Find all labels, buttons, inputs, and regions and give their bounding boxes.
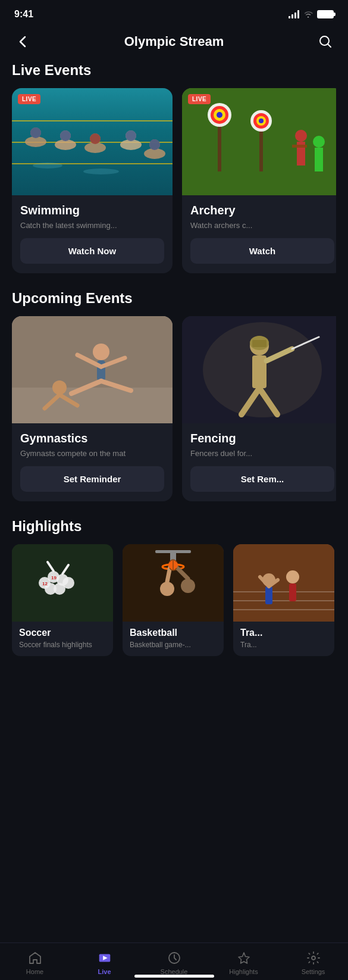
svg-point-72 bbox=[181, 579, 195, 593]
signal-icon bbox=[289, 10, 299, 18]
svg-point-3 bbox=[30, 127, 41, 138]
track-highlight-desc: Tra... bbox=[240, 641, 327, 649]
svg-point-42 bbox=[52, 380, 67, 395]
swimming-image: LIVE bbox=[12, 88, 173, 195]
svg-text:12: 12 bbox=[42, 581, 48, 586]
live-events-title: Live Events bbox=[12, 62, 336, 79]
home-icon bbox=[27, 950, 43, 966]
svg-point-23 bbox=[217, 112, 222, 118]
track-highlight-title: Tra... bbox=[240, 628, 327, 638]
svg-point-61 bbox=[62, 577, 74, 589]
svg-rect-33 bbox=[315, 148, 323, 171]
svg-point-9 bbox=[90, 133, 101, 144]
event-card-fencing: Fencing Fencers duel for... Set Rem... bbox=[182, 316, 336, 501]
event-card-archery: LIVE Archery Watch archers c... Watch bbox=[182, 88, 336, 273]
wifi-icon bbox=[303, 10, 313, 18]
fencing-desc: Fencers duel for... bbox=[190, 449, 334, 458]
upcoming-events-section: Upcoming Events bbox=[0, 290, 348, 518]
highlight-card-track: Tra... Tra... bbox=[233, 544, 334, 656]
soccer-highlight-desc: Soccer finals highlights bbox=[19, 641, 106, 649]
highlights-title: Highlights bbox=[12, 518, 336, 535]
svg-point-16 bbox=[33, 163, 62, 168]
archery-title: Archery bbox=[190, 204, 334, 217]
watch-now-button[interactable]: Watch Now bbox=[20, 238, 164, 264]
battery-icon bbox=[317, 10, 334, 18]
basketball-highlight-desc: Basketball game-... bbox=[130, 641, 217, 649]
highlight-card-basketball: Basketball Basketball game-... bbox=[123, 544, 224, 656]
archery-image: LIVE bbox=[182, 88, 336, 195]
gymnastics-title: Gymnastics bbox=[20, 432, 164, 445]
svg-point-15 bbox=[149, 139, 160, 150]
set-reminder-fencing-button[interactable]: Set Rem... bbox=[190, 466, 334, 492]
gymnastics-image bbox=[12, 316, 173, 423]
status-time: 9:41 bbox=[14, 9, 33, 20]
svg-text:19: 19 bbox=[51, 575, 57, 580]
home-indicator bbox=[134, 975, 214, 978]
svg-line-71 bbox=[167, 567, 170, 582]
watch-archery-button[interactable]: Watch bbox=[190, 238, 334, 264]
soccer-highlight-title: Soccer bbox=[19, 628, 106, 638]
basketball-image bbox=[123, 544, 224, 622]
svg-rect-85 bbox=[289, 583, 296, 601]
svg-point-17 bbox=[83, 168, 119, 174]
svg-point-70 bbox=[160, 582, 174, 596]
svg-point-84 bbox=[286, 570, 299, 583]
highlight-card-soccer: 19 12 Soccer Soccer finals highlights bbox=[12, 544, 113, 656]
live-badge-archery: LIVE bbox=[188, 94, 211, 104]
svg-point-12 bbox=[126, 130, 136, 141]
back-button[interactable] bbox=[12, 31, 33, 52]
live-events-scroll[interactable]: LIVE Swimming Catch the latest swimming.… bbox=[12, 88, 336, 276]
svg-rect-49 bbox=[252, 340, 267, 347]
svg-point-32 bbox=[313, 136, 325, 148]
swimming-title: Swimming bbox=[20, 204, 164, 217]
svg-point-29 bbox=[295, 130, 307, 142]
live-events-section: Live Events bbox=[0, 62, 348, 290]
live-icon bbox=[97, 950, 112, 966]
highlights-section: Highlights 19 12 bbox=[0, 518, 348, 673]
archery-desc: Watch archers c... bbox=[190, 221, 334, 230]
set-reminder-gymnastics-button[interactable]: Set Reminder bbox=[20, 466, 164, 492]
schedule-icon bbox=[167, 950, 182, 966]
status-icons bbox=[289, 10, 334, 18]
live-badge-swimming: LIVE bbox=[18, 94, 40, 104]
svg-point-28 bbox=[259, 118, 264, 123]
gymnastics-desc: Gymnasts compete on the mat bbox=[20, 449, 164, 458]
search-button[interactable] bbox=[315, 31, 336, 52]
soccer-image: 19 12 bbox=[12, 544, 113, 622]
fencing-image bbox=[182, 316, 336, 423]
event-card-swimming: LIVE Swimming Catch the latest swimming.… bbox=[12, 88, 173, 273]
upcoming-events-scroll[interactable]: Gymnastics Gymnasts compete on the mat S… bbox=[12, 316, 336, 504]
svg-rect-35 bbox=[12, 388, 173, 423]
fencing-title: Fencing bbox=[190, 432, 334, 445]
app-header: Olympic Stream bbox=[0, 26, 348, 62]
settings-icon bbox=[306, 950, 321, 966]
track-image bbox=[233, 544, 334, 622]
svg-point-36 bbox=[93, 344, 109, 360]
page-title: Olympic Stream bbox=[124, 34, 224, 49]
status-bar: 9:41 bbox=[0, 0, 348, 26]
event-card-gymnastics: Gymnastics Gymnasts compete on the mat S… bbox=[12, 316, 173, 501]
swimming-desc: Catch the latest swimming... bbox=[20, 221, 164, 230]
svg-rect-67 bbox=[155, 550, 191, 553]
basketball-highlight-title: Basketball bbox=[130, 628, 217, 638]
upcoming-events-title: Upcoming Events bbox=[12, 290, 336, 307]
svg-point-90 bbox=[312, 956, 315, 960]
svg-marker-89 bbox=[239, 953, 249, 963]
highlights-scroll[interactable]: 19 12 Soccer Soccer finals highlights bbox=[12, 544, 336, 658]
svg-point-6 bbox=[60, 130, 71, 141]
svg-rect-31 bbox=[292, 145, 307, 148]
svg-rect-81 bbox=[265, 586, 272, 604]
highlights-nav-icon bbox=[236, 950, 252, 966]
